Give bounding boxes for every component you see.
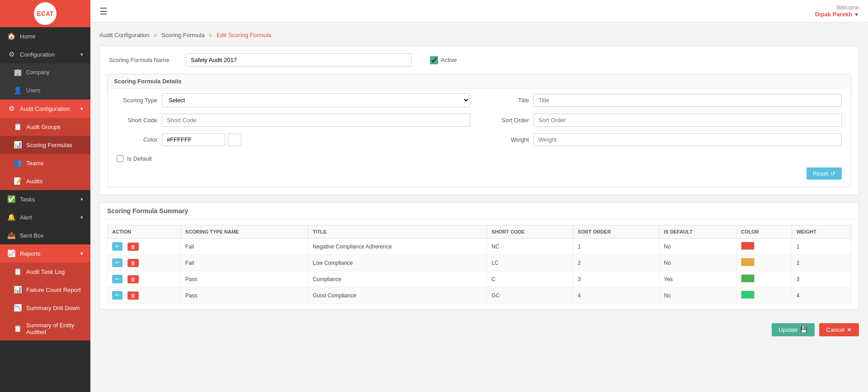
- cell-is-default-0: No: [659, 239, 736, 255]
- sidebar-reports-label: Reports: [20, 250, 76, 257]
- delete-button-1[interactable]: 🗑: [127, 259, 139, 267]
- sidebar-audits-label: Audits: [26, 178, 83, 185]
- summary-entity-icon: 📋: [14, 325, 22, 333]
- summary-table-head: ACTION SCORING TYPE NAME TITLE SHORT COD…: [108, 225, 851, 239]
- bc-part1[interactable]: Audit Configuration: [99, 32, 150, 38]
- sidebar-item-users[interactable]: 👤 Users: [0, 81, 90, 100]
- short-code-input[interactable]: [162, 114, 470, 127]
- color-group: Color: [117, 133, 470, 146]
- sidebar-item-configuration[interactable]: ⚙ Configuration ▾: [0, 45, 90, 63]
- sidebar-item-audits[interactable]: 📝 Audits: [0, 172, 90, 190]
- sort-order-input[interactable]: [533, 114, 842, 127]
- hamburger-button[interactable]: ☰: [99, 6, 108, 17]
- scoring-type-group: Scoring Type Select: [117, 93, 470, 107]
- sidebar-scoring-formulas-label: Scoring Formulas: [26, 142, 83, 148]
- color-swatch-3: [741, 291, 755, 299]
- cell-action-0: ✏ | 🗑: [108, 239, 181, 255]
- config-arrow: ▾: [80, 52, 83, 57]
- table-row: ✏ | 🗑 Fail Low Compliance LC 2 No 2: [108, 255, 851, 271]
- cell-sort-order-1: 2: [573, 255, 659, 271]
- sidebar-item-audit-config[interactable]: ⚙ Audit Configuration ▾: [0, 100, 90, 118]
- summary-card-body: ACTION SCORING TYPE NAME TITLE SHORT COD…: [100, 220, 859, 309]
- reset-button[interactable]: Reset ↺: [807, 167, 842, 180]
- topbar: ☰ Welcome Dipak Parekh ▼: [90, 0, 868, 23]
- cell-sort-order-0: 1: [573, 239, 659, 255]
- active-label: Active: [441, 57, 509, 63]
- sidebar-alert-label: Alert: [20, 214, 76, 221]
- col-action: ACTION: [108, 225, 181, 239]
- edit-button-0[interactable]: ✏: [112, 242, 123, 251]
- details-card: Scoring Formula Details Scoring Type Sel…: [107, 74, 851, 187]
- sidebar-item-tasks[interactable]: ✅ Tasks ▾: [0, 190, 90, 208]
- details-title: Scoring Formula Details: [108, 74, 851, 89]
- sidebar-item-alert[interactable]: 🔔 Alert ▾: [0, 208, 90, 226]
- col-weight: WEIGHT: [792, 225, 851, 239]
- details-form-grid: Scoring Type Select Title Short Code: [108, 89, 851, 155]
- scoring-type-select[interactable]: Select: [162, 93, 470, 107]
- sidebar-item-company[interactable]: 🏢 Company: [0, 63, 90, 81]
- sidebar-item-reports[interactable]: 📈 Reports ▾: [0, 244, 90, 263]
- audit-task-log-icon: 📋: [14, 268, 22, 276]
- update-button[interactable]: Update 💾: [772, 323, 815, 336]
- teams-icon: 👥: [14, 159, 22, 167]
- cell-scoring-type-0: Fail: [180, 239, 308, 255]
- breadcrumb: Audit Configuration » Scoring Formula » …: [99, 32, 859, 38]
- sidebar-summary-drill-label: Summary Drill Down: [26, 305, 83, 311]
- update-label: Update: [779, 326, 798, 333]
- delete-button-2[interactable]: 🗑: [127, 275, 139, 283]
- cancel-label: Cancel: [826, 326, 844, 333]
- sidebar-item-teams[interactable]: 👥 Teams: [0, 154, 90, 172]
- cell-is-default-1: No: [659, 255, 736, 271]
- summary-card-header: Scoring Formula Summary: [100, 203, 859, 220]
- sidebar-item-audit-groups[interactable]: 📋 Audit Groups: [0, 118, 90, 136]
- welcome-text: Welcome: [815, 5, 859, 11]
- sidebar-item-summary-entity[interactable]: 📋 Summary of Entity Audited: [0, 317, 90, 340]
- sidebar-audit-config-label: Audit Configuration: [20, 105, 76, 112]
- short-code-group: Short Code: [117, 114, 470, 127]
- update-icon: 💾: [800, 326, 807, 333]
- formula-name-label: Scoring Formula Name: [109, 57, 177, 63]
- color-input[interactable]: [162, 133, 225, 146]
- action-icons-1: ✏ | 🗑: [112, 258, 176, 267]
- sidebar-summary-entity-label: Summary of Entity Audited: [26, 322, 83, 335]
- weight-input[interactable]: [533, 133, 842, 146]
- col-title: TITLE: [308, 225, 487, 239]
- sidebar-item-scoring-formulas[interactable]: 📊 Scoring Formulas: [0, 136, 90, 154]
- delete-button-0[interactable]: 🗑: [127, 243, 139, 251]
- delete-button-3[interactable]: 🗑: [127, 292, 139, 300]
- cell-is-default-2: Yes: [659, 271, 736, 287]
- is-default-checkbox[interactable]: [117, 155, 123, 162]
- sidebar-item-home[interactable]: 🏠 Home: [0, 27, 90, 45]
- home-icon: 🏠: [7, 32, 15, 40]
- sidebar-audit-task-log-label: Audit Task Log: [26, 268, 83, 275]
- color-swatch[interactable]: [228, 134, 241, 146]
- cell-short-code-1: LC: [487, 255, 573, 271]
- color-swatch-1: [741, 258, 755, 266]
- active-checkbox[interactable]: [430, 56, 438, 64]
- user-name: Dipak Parekh: [815, 11, 852, 18]
- sidebar-item-failure-count[interactable]: 📊 Failure Count Report: [0, 281, 90, 299]
- cell-sort-order-3: 4: [573, 287, 659, 304]
- sidebar-item-sent-box[interactable]: 📤 Sent Box: [0, 226, 90, 244]
- cell-title-1: Low Compliance: [308, 255, 487, 271]
- audits-icon: 📝: [14, 177, 22, 185]
- formula-name-input[interactable]: [186, 53, 412, 67]
- edit-button-2[interactable]: ✏: [112, 275, 123, 283]
- edit-button-3[interactable]: ✏: [112, 291, 123, 300]
- sidebar-sub-reports: 📋 Audit Task Log 📊 Failure Count Report …: [0, 263, 90, 340]
- scoring-formulas-icon: 📊: [14, 141, 22, 149]
- bc-part2[interactable]: Scoring Formula: [161, 32, 204, 38]
- cell-color-3: [736, 287, 792, 304]
- title-input[interactable]: [533, 94, 842, 107]
- sort-order-label: Sort Order: [488, 117, 529, 124]
- sidebar-item-summary-drill[interactable]: 📉 Summary Drill Down: [0, 299, 90, 317]
- cancel-button[interactable]: Cancel ✕: [819, 323, 859, 336]
- cell-action-3: ✏ | 🗑: [108, 287, 181, 304]
- cell-action-2: ✏ | 🗑: [108, 271, 181, 287]
- cell-title-3: Good Compliance: [308, 287, 487, 304]
- reset-btn-row: Reset ↺: [108, 167, 851, 187]
- edit-button-1[interactable]: ✏: [112, 258, 123, 267]
- user-dropdown-icon[interactable]: ▼: [854, 12, 859, 17]
- sidebar-item-audit-task-log[interactable]: 📋 Audit Task Log: [0, 263, 90, 281]
- color-input-group: [162, 133, 470, 146]
